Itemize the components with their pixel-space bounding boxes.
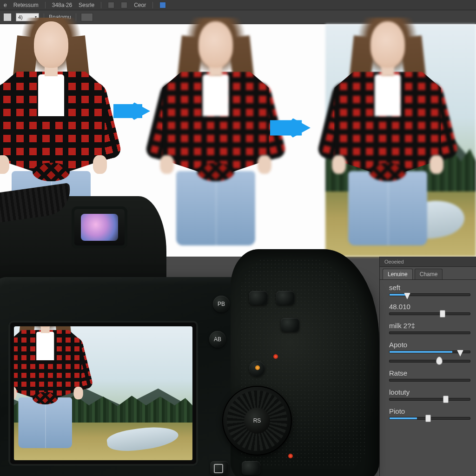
arrow-right-icon xyxy=(270,116,321,140)
toolbar-glyph-icon[interactable] xyxy=(121,2,127,8)
slider-row xyxy=(389,360,470,363)
menu-item[interactable]: e xyxy=(4,2,7,8)
slider-label: milk 2?‡ xyxy=(389,322,470,330)
slider-label: seft xyxy=(389,284,470,291)
panel-slider-list: seft48.010milk 2?‡ApotoRatselootutyPioto xyxy=(380,280,476,423)
slider-row: Apoto xyxy=(389,341,470,353)
model-head xyxy=(198,21,233,68)
model-tank xyxy=(375,74,401,116)
composite-step-2 xyxy=(151,16,281,230)
composite-step-1 xyxy=(0,16,116,230)
camera-control-dial: RS xyxy=(222,386,292,456)
model-jeans xyxy=(348,171,427,245)
slider-track[interactable] xyxy=(389,350,470,353)
model-jeans xyxy=(176,171,255,245)
slider-label: 48.010 xyxy=(389,303,470,311)
menu-item[interactable]: 348a·26 xyxy=(52,2,72,8)
slider-fill xyxy=(390,417,417,419)
model-tank xyxy=(38,74,64,116)
slider-track[interactable] xyxy=(389,379,470,382)
menubar: e Retessum 348a·26 Sesrle Ceor xyxy=(0,0,476,10)
panel-tab[interactable]: Chame xyxy=(415,269,443,279)
slider-track[interactable] xyxy=(389,417,470,420)
camera-button-ab: AB xyxy=(209,331,226,348)
menu-divider xyxy=(45,2,46,8)
model-head xyxy=(370,21,405,68)
camera-rec-indicator-icon xyxy=(288,454,293,458)
slider-row: lootuty xyxy=(389,388,470,401)
model-hand xyxy=(93,155,107,174)
camera-grid-icon xyxy=(214,464,223,473)
composite-step-3 xyxy=(323,16,453,230)
model-shirt-knot xyxy=(369,163,406,181)
camera-button-icon xyxy=(249,291,268,305)
slider-thumb[interactable] xyxy=(404,293,410,299)
slider-label: Pioto xyxy=(389,407,470,415)
camera-button-icon xyxy=(276,291,295,305)
slider-track[interactable] xyxy=(389,360,470,363)
slider-row: seft xyxy=(389,284,470,296)
camera-button-pb: PB xyxy=(213,296,230,312)
slider-track[interactable] xyxy=(389,293,470,296)
model-hand xyxy=(160,155,174,174)
slider-track[interactable] xyxy=(389,331,470,334)
camera-button-icon xyxy=(281,318,299,332)
slider-row: Ratse xyxy=(389,369,470,382)
model-head xyxy=(34,21,68,68)
model-hand xyxy=(258,155,271,174)
camera-grip xyxy=(231,249,379,476)
slider-thumb[interactable] xyxy=(436,357,443,365)
slider-row: milk 2?‡ xyxy=(389,322,470,334)
model-shirt-knot xyxy=(33,163,70,181)
menu-item[interactable]: Sesrle xyxy=(79,2,94,8)
menu-divider xyxy=(152,2,153,8)
model-shirt-knot xyxy=(197,163,234,181)
slider-label: Apoto xyxy=(389,341,470,349)
camera-dial-center: RS xyxy=(244,408,270,434)
slider-track[interactable] xyxy=(389,398,470,401)
panel-title: Oeoeied xyxy=(380,257,476,267)
slider-thumb[interactable] xyxy=(425,415,431,422)
slider-row: 48.010 xyxy=(389,303,470,315)
model-hand xyxy=(430,155,443,174)
slider-thumb[interactable] xyxy=(457,350,463,357)
slider-fill xyxy=(390,351,452,353)
menu-item[interactable]: Ceor xyxy=(134,2,146,8)
panel-tab[interactable]: Lenuine xyxy=(383,269,413,279)
model-hand xyxy=(332,155,346,174)
adjustments-panel: Oeoeied Lenuine Chame seft48.010milk 2?‡… xyxy=(379,257,476,476)
slider-track[interactable] xyxy=(389,312,470,315)
canvas-area: Oeoeied Lenuine Chame seft48.010milk 2?‡… xyxy=(0,24,476,476)
camera-body xyxy=(0,277,374,476)
slider-thumb[interactable] xyxy=(440,310,445,317)
camera-button-target-icon xyxy=(249,361,265,377)
toolbar-glyph-icon[interactable] xyxy=(108,2,114,8)
camera-lcd xyxy=(14,326,192,460)
menu-item[interactable]: Retessum xyxy=(13,2,39,8)
camera-indicator-icon xyxy=(255,365,260,370)
camera-button-icon xyxy=(210,461,229,475)
slider-label: Ratse xyxy=(389,369,470,377)
camera-rec-indicator-icon xyxy=(273,354,278,359)
camera-lcd-frame xyxy=(8,321,198,466)
panel-tabs: Lenuine Chame xyxy=(380,267,476,280)
slider-thumb[interactable] xyxy=(443,396,449,403)
slider-row: Pioto xyxy=(389,407,470,420)
toolbar-app-icon[interactable] xyxy=(159,2,166,8)
model-tank xyxy=(203,74,229,116)
slider-label: lootuty xyxy=(389,388,470,396)
model-hand xyxy=(0,155,9,174)
model-jeans xyxy=(12,171,91,245)
menu-divider xyxy=(101,2,101,8)
camera-button-icon xyxy=(242,461,260,475)
